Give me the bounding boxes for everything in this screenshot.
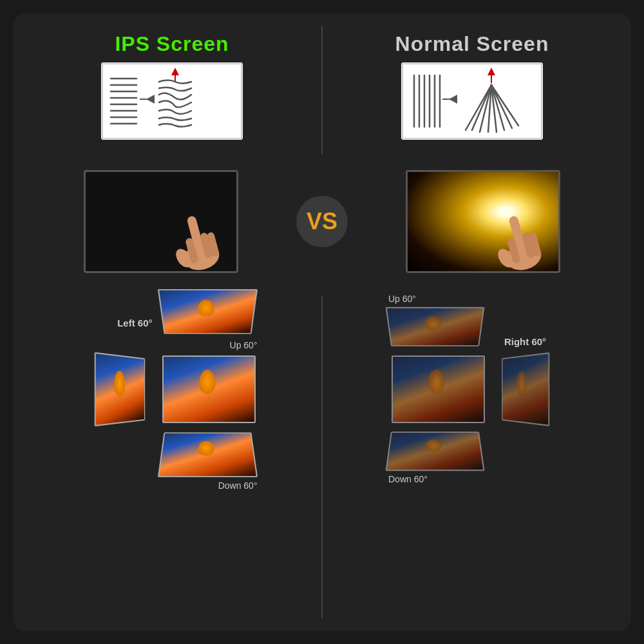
normal-right-label: Right 60° bbox=[491, 296, 556, 350]
normal-molecule-diagram bbox=[401, 62, 543, 140]
normal-center-screen bbox=[388, 354, 488, 424]
normal-touch-area bbox=[348, 170, 618, 273]
normal-right-screen bbox=[491, 354, 556, 424]
ips-title: IPS Screen bbox=[115, 32, 229, 56]
normal-hand-icon bbox=[489, 202, 554, 292]
empty-cell bbox=[491, 428, 556, 486]
titles-row: IPS Screen bbox=[26, 26, 618, 154]
normal-down-screen: Down 60° bbox=[388, 428, 488, 484]
ips-viewing-angles: Left 60° Up 60° bbox=[26, 296, 318, 618]
bottom-divider bbox=[321, 296, 323, 618]
viewing-angle-section: Left 60° Up 60° bbox=[26, 296, 618, 618]
right-panel: Normal Screen bbox=[326, 26, 618, 154]
center-divider bbox=[321, 26, 323, 154]
ips-up-label: Left 60° bbox=[87, 296, 158, 350]
ips-center-screen bbox=[161, 354, 258, 424]
main-container: IPS Screen bbox=[13, 13, 631, 631]
ips-molecule-diagram bbox=[101, 62, 243, 140]
normal-title: Normal Screen bbox=[395, 32, 549, 56]
ips-left-screen bbox=[87, 354, 158, 424]
ips-hand-icon bbox=[167, 202, 232, 292]
ips-down-label-area bbox=[87, 428, 158, 486]
normal-viewing-angles: Up 60° Right 60° bbox=[326, 296, 618, 618]
ips-down-screen: Down 60° bbox=[161, 428, 258, 491]
normal-up-screen: Up 60° bbox=[388, 294, 488, 350]
vs-badge: VS bbox=[296, 196, 348, 247]
touch-comparison-section: VS bbox=[26, 157, 618, 286]
ips-up-screen: Up 60° bbox=[161, 287, 258, 350]
ips-touch-area bbox=[26, 170, 296, 273]
left-panel: IPS Screen bbox=[26, 26, 318, 154]
